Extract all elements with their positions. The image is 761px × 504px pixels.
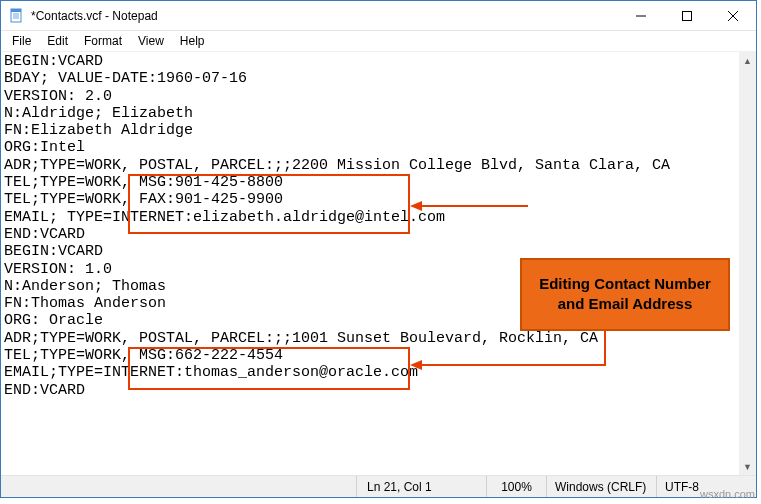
status-eol: Windows (CRLF) — [546, 476, 656, 497]
menu-help[interactable]: Help — [173, 33, 212, 49]
callout-line1: Editing Contact Number — [539, 275, 711, 292]
callout-line2: and Email Address — [558, 295, 693, 312]
close-button[interactable] — [710, 1, 756, 31]
status-bar: Ln 21, Col 1 100% Windows (CRLF) UTF-8 — [1, 475, 756, 497]
status-position: Ln 21, Col 1 — [356, 476, 486, 497]
menu-view[interactable]: View — [131, 33, 171, 49]
menu-bar: File Edit Format View Help — [1, 31, 756, 51]
title-bar[interactable]: *Contacts.vcf - Notepad — [1, 1, 756, 31]
notepad-icon — [9, 8, 25, 24]
scroll-down-icon[interactable]: ▼ — [739, 458, 756, 475]
maximize-button[interactable] — [664, 1, 710, 31]
svg-rect-6 — [683, 11, 692, 20]
vertical-scrollbar[interactable]: ▲ ▼ — [739, 52, 756, 475]
watermark: wsxdn.com — [700, 488, 755, 500]
svg-rect-1 — [11, 9, 21, 12]
annotation-callout: Editing Contact Number and Email Address — [520, 258, 730, 331]
notepad-window: *Contacts.vcf - Notepad File Edit Format… — [0, 0, 757, 498]
window-title: *Contacts.vcf - Notepad — [31, 9, 158, 23]
scroll-up-icon[interactable]: ▲ — [739, 52, 756, 69]
minimize-button[interactable] — [618, 1, 664, 31]
menu-format[interactable]: Format — [77, 33, 129, 49]
status-zoom: 100% — [486, 476, 546, 497]
scroll-track[interactable] — [739, 69, 756, 458]
menu-file[interactable]: File — [5, 33, 38, 49]
menu-edit[interactable]: Edit — [40, 33, 75, 49]
